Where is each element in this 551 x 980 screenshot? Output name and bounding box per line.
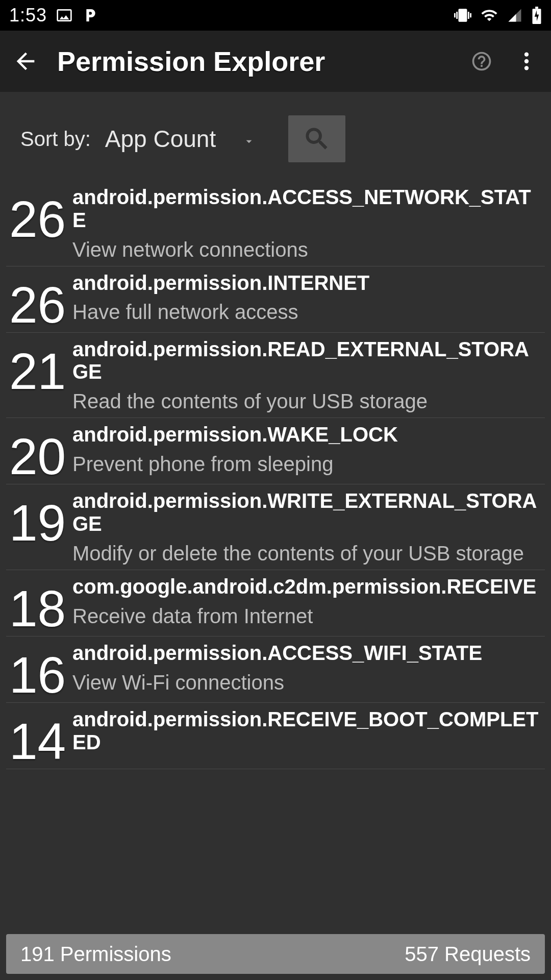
more-vert-icon (524, 50, 529, 72)
sort-by-label: Sort by: (20, 128, 91, 151)
sort-controls: Sort by: App Count (0, 92, 551, 178)
help-button[interactable] (467, 47, 496, 76)
permission-count: 14 (7, 707, 69, 765)
back-button[interactable] (10, 46, 41, 77)
battery-charging-icon (532, 7, 542, 24)
summary-footer: 191 Permissions 557 Requests (6, 934, 545, 974)
permission-description: View Wi-Fi connections (72, 670, 542, 695)
svg-rect-1 (535, 7, 538, 9)
permission-name: android.permission.ACCESS_WIFI_STATE (72, 642, 542, 665)
list-item[interactable]: 26 android.permission.INTERNET Have full… (0, 266, 551, 333)
permission-list[interactable]: 26 android.permission.ACCESS_NETWORK_STA… (0, 178, 551, 980)
vibrate-icon (454, 7, 471, 24)
permission-name: android.permission.ACCESS_NETWORK_STATE (72, 186, 542, 232)
overflow-menu-button[interactable] (512, 47, 541, 76)
permission-count: 26 (7, 185, 69, 243)
sort-dropdown[interactable]: App Count (105, 124, 256, 154)
permission-count: 19 (7, 488, 69, 547)
list-item[interactable]: 21 android.permission.READ_EXTERNAL_STOR… (0, 333, 551, 419)
permission-name: android.permission.WRITE_EXTERNAL_STORAG… (72, 489, 542, 535)
list-item[interactable]: 26 android.permission.ACCESS_NETWORK_STA… (0, 181, 551, 266)
photos-notification-icon (56, 7, 72, 23)
sort-current-value: App Count (105, 125, 216, 153)
chevron-down-icon (242, 126, 256, 154)
svg-point-3 (524, 59, 529, 63)
list-item[interactable]: 16 android.permission.ACCESS_WIFI_STATE … (0, 636, 551, 703)
permission-name: android.permission.RECEIVE_BOOT_COMPLETE… (72, 708, 542, 754)
list-item[interactable]: 18 com.google.android.c2dm.permission.RE… (0, 570, 551, 636)
permission-description: View network connections (72, 237, 542, 262)
status-bar: 1:53 (0, 0, 551, 31)
permission-count: 20 (7, 422, 69, 480)
status-bar-left: 1:53 (9, 5, 98, 26)
permission-count: 26 (7, 271, 69, 329)
permission-count: 18 (7, 574, 69, 632)
svg-point-2 (524, 53, 529, 57)
help-icon (470, 50, 493, 72)
permission-description: Modify or delete the contents of your US… (72, 541, 542, 566)
permission-description: Have full network access (72, 299, 542, 325)
footer-requests-count: 557 Requests (405, 943, 531, 966)
page-title: Permission Explorer (57, 45, 325, 77)
permission-name: android.permission.READ_EXTERNAL_STORAGE (72, 338, 542, 384)
permission-description: Prevent phone from sleeping (72, 451, 542, 477)
search-button[interactable] (288, 115, 345, 162)
p-app-icon (82, 7, 98, 23)
permission-name: com.google.android.c2dm.permission.RECEI… (72, 575, 542, 598)
back-arrow-icon (12, 48, 39, 75)
permission-name: android.permission.WAKE_LOCK (72, 423, 542, 446)
svg-point-4 (524, 66, 529, 70)
permission-name: android.permission.INTERNET (72, 272, 542, 295)
list-item[interactable]: 19 android.permission.WRITE_EXTERNAL_STO… (0, 484, 551, 570)
app-bar: Permission Explorer (0, 31, 551, 92)
permission-description: Receive data from Internet (72, 603, 542, 629)
status-bar-right (454, 7, 542, 24)
footer-permissions-count: 191 Permissions (20, 943, 171, 966)
permission-description: Read the contents of your USB storage (72, 388, 542, 414)
list-item[interactable]: 20 android.permission.WAKE_LOCK Prevent … (0, 418, 551, 484)
permission-count: 16 (7, 641, 69, 699)
permission-count: 21 (7, 337, 69, 395)
wifi-icon (481, 7, 498, 24)
search-icon (303, 125, 331, 153)
signal-icon (507, 8, 522, 23)
status-clock: 1:53 (9, 5, 47, 26)
main-content: Sort by: App Count 26 android.permission… (0, 92, 551, 980)
list-item[interactable]: 14 android.permission.RECEIVE_BOOT_COMPL… (0, 703, 551, 769)
